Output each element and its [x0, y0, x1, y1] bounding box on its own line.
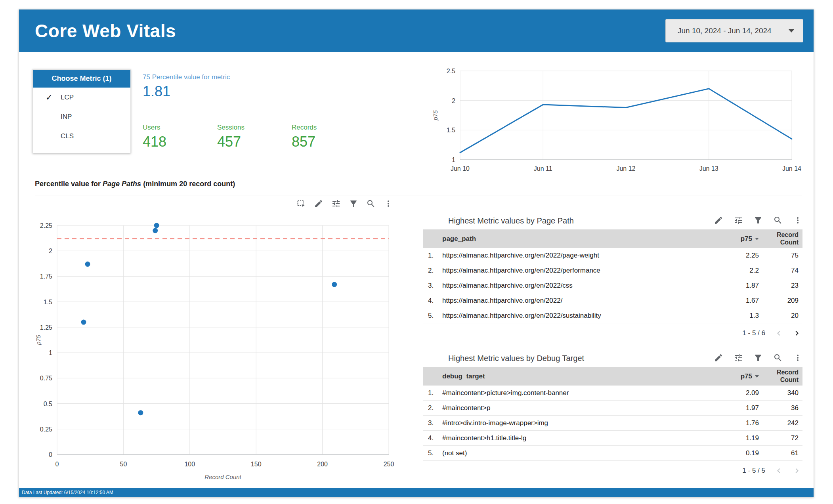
scorecard-label: Records: [292, 123, 317, 132]
metric-option-label: INP: [61, 113, 72, 121]
chevron-left-icon[interactable]: [774, 466, 783, 475]
page-path-table: Highest Metric values by Page Path page_…: [423, 212, 802, 343]
row-index: 2.: [428, 267, 442, 275]
scorecard-label: Users: [143, 123, 166, 132]
row-index: 3.: [428, 419, 442, 427]
svg-text:0: 0: [55, 461, 59, 468]
edit-icon[interactable]: [714, 353, 723, 363]
filter-icon[interactable]: [349, 199, 358, 208]
table-header-area: Highest Metric values by Page Path: [423, 212, 802, 229]
zoom-icon[interactable]: [773, 353, 783, 363]
column-header-p75[interactable]: p75: [707, 235, 759, 243]
row-p75-value: 1.76: [707, 419, 759, 427]
pagination: 1 - 5 / 5: [423, 461, 802, 481]
scatter-chart-container: 05010015020025000.250.50.7511.251.51.752…: [35, 221, 399, 480]
table-toolbar: [714, 353, 802, 363]
filter-icon[interactable]: [753, 216, 763, 225]
row-index: 2.: [428, 404, 442, 412]
row-key: (not set): [442, 449, 707, 457]
section-title: Percentile value for Page Paths (minimum…: [35, 180, 235, 188]
row-record-count: 75: [759, 252, 799, 260]
table-row: 5.https://almanac.httparchive.org/en/202…: [423, 308, 802, 323]
scorecard-sessions: Sessions 457: [217, 123, 245, 150]
svg-text:100: 100: [184, 461, 195, 468]
svg-text:1.5: 1.5: [447, 127, 455, 134]
more-vert-icon[interactable]: [793, 353, 802, 363]
selection-icon[interactable]: [296, 199, 306, 208]
metric-option-label: LCP: [61, 94, 74, 101]
table-row: 4.#maincontent>h1.title.title-lg1.1972: [423, 431, 802, 446]
tune-icon[interactable]: [331, 199, 341, 208]
svg-text:0.75: 0.75: [40, 375, 52, 382]
row-index: 1.: [428, 389, 442, 397]
scorecard-users: Users 418: [143, 123, 166, 150]
svg-text:Jun 10: Jun 10: [451, 165, 470, 172]
section-title-suffix: (minimum 20 record count): [141, 180, 235, 188]
table-row: 2.https://almanac.httparchive.org/en/202…: [423, 263, 802, 278]
edit-icon[interactable]: [714, 216, 723, 225]
chevron-right-icon[interactable]: [792, 328, 802, 338]
row-index: 4.: [428, 297, 442, 305]
column-header-p75-label: p75: [741, 372, 752, 380]
column-header-key[interactable]: debug_target: [442, 372, 707, 380]
scatter-chart[interactable]: 05010015020025000.250.50.7511.251.51.752…: [35, 221, 399, 480]
debug-target-table: Highest Metric values by Debug Target de…: [423, 349, 802, 481]
scorecard-percentile: 75 Percentile value for metric 1.81: [143, 73, 230, 100]
edit-icon[interactable]: [314, 199, 323, 208]
svg-text:0.25: 0.25: [40, 426, 52, 433]
svg-text:2.5: 2.5: [447, 68, 455, 74]
row-index: 1.: [428, 252, 442, 260]
table-row: 4.https://almanac.httparchive.org/en/202…: [423, 293, 802, 308]
date-range-selector[interactable]: Jun 10, 2024 - Jun 14, 2024: [665, 19, 803, 42]
sort-desc-icon: [755, 238, 759, 240]
svg-text:200: 200: [317, 461, 328, 468]
metric-option-cls[interactable]: CLS: [33, 126, 130, 146]
row-record-count: 72: [759, 434, 799, 442]
svg-text:p75: p75: [35, 335, 42, 346]
svg-text:Record Count: Record Count: [204, 473, 241, 480]
more-vert-icon[interactable]: [384, 199, 393, 208]
check-icon: ✓: [46, 93, 53, 102]
svg-text:Jun 12: Jun 12: [616, 165, 635, 172]
metric-option-inp[interactable]: INP: [33, 107, 130, 126]
metric-selector-card: Choose Metric (1) ✓ LCP INP CLS: [32, 69, 131, 153]
metric-selector-header: Choose Metric (1): [33, 70, 130, 88]
table-body: 1.#maincontent>picture>img.content-banne…: [423, 386, 802, 461]
scorecard-label: Sessions: [217, 123, 245, 132]
row-p75-value: 1.3: [707, 312, 759, 320]
filter-icon[interactable]: [753, 353, 763, 363]
column-header-key[interactable]: page_path: [442, 235, 707, 243]
timeseries-chart[interactable]: Jun 10Jun 11Jun 12Jun 13Jun 1411.522.5p7…: [431, 65, 816, 178]
row-key: #maincontent>p: [442, 404, 707, 412]
row-record-count: 61: [759, 449, 799, 457]
chevron-right-icon[interactable]: [792, 466, 802, 475]
metric-option-label: CLS: [61, 132, 74, 140]
more-vert-icon[interactable]: [793, 216, 802, 225]
row-p75-value: 0.19: [707, 449, 759, 457]
table-column-headers: debug_target p75 Record Count: [423, 367, 802, 386]
row-p75-value: 1.67: [707, 297, 759, 305]
column-header-count[interactable]: Record Count: [759, 369, 799, 384]
chevron-left-icon[interactable]: [774, 328, 783, 338]
page-range-label: 1 - 5 / 6: [742, 329, 765, 337]
zoom-icon[interactable]: [773, 216, 783, 225]
tune-icon[interactable]: [734, 353, 743, 363]
column-header-p75[interactable]: p75: [707, 372, 759, 380]
row-index: 3.: [428, 282, 442, 290]
dashboard: Core Web Vitals Jun 10, 2024 - Jun 14, 2…: [19, 9, 814, 497]
svg-text:1.25: 1.25: [40, 324, 52, 331]
scorecard-label: 75 Percentile value for metric: [143, 73, 230, 82]
zoom-icon[interactable]: [366, 199, 376, 208]
column-header-count[interactable]: Record Count: [759, 231, 799, 246]
svg-text:1: 1: [49, 349, 52, 356]
svg-text:Jun 14: Jun 14: [782, 165, 801, 172]
row-record-count: 23: [759, 282, 799, 290]
svg-text:150: 150: [251, 461, 262, 468]
row-index: 5.: [428, 449, 442, 457]
table-title: Highest Metric values by Page Path: [448, 216, 574, 225]
tune-icon[interactable]: [734, 216, 743, 225]
table-column-headers: page_path p75 Record Count: [423, 229, 802, 248]
metric-option-lcp[interactable]: ✓ LCP: [33, 88, 130, 107]
scorecard-value: 1.81: [143, 83, 230, 100]
svg-text:250: 250: [384, 461, 394, 468]
